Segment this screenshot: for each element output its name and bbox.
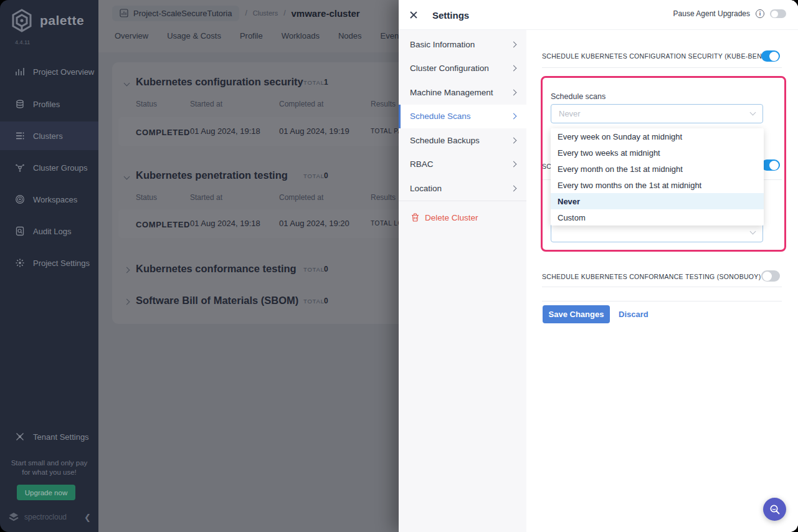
menu-item-basic-information[interactable]: Basic Information bbox=[399, 32, 526, 56]
chevron-right-icon[interactable] bbox=[124, 299, 130, 305]
sidebar: palette 4.4.11 Project Overview Profiles… bbox=[0, 0, 98, 532]
sidebar-item-label: Audit Logs bbox=[33, 227, 71, 236]
settings-content: SCHEDULE KUBERNETES CONFIGURATION SECURI… bbox=[526, 30, 798, 532]
total-label: TOTAL bbox=[303, 79, 325, 86]
chevron-down-icon[interactable] bbox=[124, 174, 130, 180]
total-label: TOTAL bbox=[303, 298, 325, 305]
col-started: Started at bbox=[190, 193, 222, 202]
project-badge[interactable]: Project-ScaleSecureTutoria bbox=[112, 6, 239, 21]
palette-logo-icon bbox=[9, 7, 35, 34]
settings-header: Settings Pause Agent Upgrades i bbox=[399, 0, 798, 30]
sidebar-item-tenant-settings[interactable]: Tenant Settings bbox=[0, 422, 98, 451]
pause-agent-toggle[interactable] bbox=[770, 9, 786, 18]
collapse-sidebar-chevron[interactable]: ❮ bbox=[84, 513, 91, 522]
col-started: Started at bbox=[190, 100, 222, 108]
sidebar-item-project-overview[interactable]: Project Overview bbox=[0, 57, 98, 86]
tab-nodes[interactable]: Nodes bbox=[338, 31, 362, 40]
sidebar-item-label: Tenant Settings bbox=[33, 432, 89, 442]
total-label: TOTAL bbox=[303, 266, 325, 273]
layers-icon bbox=[15, 99, 25, 109]
total-value: 0 bbox=[324, 297, 328, 305]
palette-logo: palette bbox=[9, 7, 84, 34]
option-custom[interactable]: Custom bbox=[551, 209, 764, 226]
spectrocloud-logo-icon bbox=[7, 511, 20, 523]
logo-wordmark: palette bbox=[40, 13, 84, 28]
sonobuoy-section-label: SCHEDULE KUBERNETES CONFORMANCE TESTING … bbox=[542, 273, 761, 280]
completed-at: 01 Aug 2024, 19:20 bbox=[279, 219, 349, 228]
menu-item-rbac[interactable]: RBAC bbox=[399, 153, 526, 176]
save-changes-button[interactable]: Save Changes bbox=[543, 305, 610, 323]
option-every-two-weeks[interactable]: Every two weeks at midnight bbox=[551, 145, 764, 161]
completed-at: 01 Aug 2024, 19:19 bbox=[279, 126, 349, 136]
info-icon[interactable]: i bbox=[756, 9, 764, 18]
tab-profile[interactable]: Profile bbox=[240, 31, 263, 40]
col-completed: Completed at bbox=[279, 100, 323, 108]
section-title: Kubernetes configuration security bbox=[136, 76, 303, 88]
col-completed: Completed at bbox=[279, 193, 323, 202]
settings-panel: Settings Pause Agent Upgrades i Basic In… bbox=[399, 0, 798, 532]
sidebar-item-workspaces[interactable]: Workspaces bbox=[0, 185, 98, 214]
upgrade-now-button[interactable]: Upgrade now bbox=[17, 485, 75, 500]
gear-icon bbox=[15, 258, 25, 268]
chevron-right-icon bbox=[511, 137, 517, 143]
sidebar-item-label: Workspaces bbox=[33, 195, 77, 204]
col-status: Status bbox=[136, 100, 157, 108]
menu-item-cluster-configuration[interactable]: Cluster Configuration bbox=[399, 57, 526, 80]
section-title: Software Bill of Materials (SBOM) bbox=[136, 295, 298, 306]
menu-item-schedule-scans[interactable]: Schedule Scans bbox=[399, 105, 526, 128]
sonobuoy-toggle[interactable] bbox=[761, 270, 780, 282]
sidebar-item-profiles[interactable]: Profiles bbox=[0, 90, 98, 118]
option-every-week[interactable]: Every week on Sunday at midnight bbox=[551, 128, 764, 145]
chevron-right-icon bbox=[511, 65, 517, 72]
section-title: Kubernetes conformance testing bbox=[136, 263, 297, 275]
schedule-scans-select[interactable]: Never bbox=[551, 104, 763, 123]
discard-link[interactable]: Discard bbox=[619, 310, 648, 319]
delete-cluster-button[interactable]: Delete Cluster bbox=[399, 206, 526, 229]
chevron-right-icon bbox=[511, 41, 517, 47]
breadcrumb-cluster-name: vmware-cluster bbox=[292, 8, 360, 19]
search-fab-button[interactable] bbox=[763, 498, 786, 521]
sidebar-item-audit-logs[interactable]: Audit Logs bbox=[0, 217, 98, 245]
chevron-down-icon bbox=[750, 229, 756, 235]
tab-workloads[interactable]: Workloads bbox=[282, 31, 320, 40]
kube-hunter-toggle[interactable] bbox=[761, 159, 780, 171]
pause-agent-upgrades: Pause Agent Upgrades i bbox=[673, 9, 786, 18]
chevron-right-icon bbox=[511, 161, 517, 168]
menu-item-machine-management[interactable]: Machine Management bbox=[399, 80, 526, 104]
tab-overview[interactable]: Overview bbox=[115, 31, 148, 40]
option-every-two-months[interactable]: Every two months on the 1st at midnight bbox=[551, 177, 764, 193]
chevron-right-icon bbox=[511, 185, 517, 191]
kube-hunter-schedule-select[interactable] bbox=[551, 223, 763, 242]
sidebar-item-clusters[interactable]: Clusters bbox=[0, 121, 98, 150]
total-label: TOTAL bbox=[303, 173, 325, 179]
sidebar-item-label: Clusters bbox=[33, 131, 63, 141]
menu-label: Basic Information bbox=[410, 40, 475, 49]
audit-logs-icon bbox=[15, 226, 25, 236]
total-value: 0 bbox=[324, 171, 328, 180]
sidebar-item-cluster-groups[interactable]: Cluster Groups bbox=[0, 153, 98, 182]
tab-usage-costs[interactable]: Usage & Costs bbox=[167, 31, 221, 40]
menu-item-schedule-backups[interactable]: Schedule Backups bbox=[399, 128, 526, 152]
menu-label: Location bbox=[410, 184, 442, 193]
workspaces-icon bbox=[15, 194, 25, 204]
chevron-down-icon[interactable] bbox=[124, 80, 130, 87]
option-never[interactable]: Never bbox=[551, 193, 764, 209]
divider bbox=[542, 67, 782, 68]
app-window: palette 4.4.11 Project Overview Profiles… bbox=[0, 0, 798, 532]
sidebar-item-label: Profiles bbox=[33, 100, 60, 109]
kube-bench-toggle[interactable] bbox=[761, 50, 780, 62]
divider bbox=[542, 301, 782, 302]
magnifier-icon bbox=[769, 503, 781, 516]
status-badge: COMPLETED bbox=[136, 128, 190, 137]
chevron-right-icon[interactable] bbox=[124, 267, 130, 273]
menu-label: Machine Management bbox=[410, 88, 493, 97]
menu-item-location[interactable]: Location bbox=[399, 176, 526, 200]
delete-cluster-label: Delete Cluster bbox=[425, 213, 478, 222]
clusters-icon bbox=[15, 131, 25, 141]
breadcrumb-clusters[interactable]: Clusters bbox=[253, 9, 278, 17]
sidebar-item-project-settings[interactable]: Project Settings bbox=[0, 249, 98, 277]
breadcrumb-project: Project-ScaleSecureTutoria bbox=[133, 9, 232, 18]
option-every-month[interactable]: Every month on the 1st at midnight bbox=[551, 161, 764, 177]
breadcrumb-separator: / bbox=[245, 9, 247, 17]
close-icon[interactable] bbox=[409, 11, 418, 19]
